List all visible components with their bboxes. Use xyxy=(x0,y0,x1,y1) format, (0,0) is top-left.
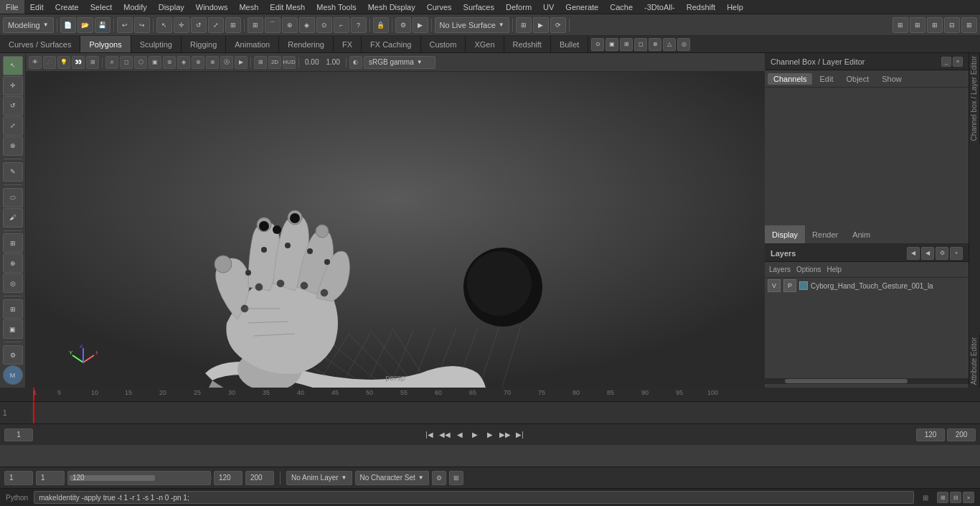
snap-edge-btn[interactable]: ⌐ xyxy=(334,17,349,33)
cb-close-btn[interactable]: × xyxy=(953,57,963,67)
menu-uv[interactable]: UV xyxy=(537,0,560,14)
vp-flat-btn[interactable]: ▣ xyxy=(149,56,161,69)
tab-bullet[interactable]: Bullet xyxy=(551,36,589,52)
vp-gate-btn[interactable]: ⊞ xyxy=(254,56,267,69)
universal-manip-btn[interactable]: ⊞ xyxy=(225,17,241,33)
menu-3dtall[interactable]: -3DtoAll- xyxy=(639,0,681,14)
win-btn-3[interactable]: × xyxy=(963,492,974,503)
poly-cyl-btn[interactable]: ⊞ xyxy=(620,38,633,51)
menu-mesh-tools[interactable]: Mesh Tools xyxy=(311,0,362,14)
menu-edit-mesh[interactable]: Edit Mesh xyxy=(264,0,311,14)
rotate-tool-btn[interactable]: ↺ xyxy=(191,17,207,33)
lock-btn[interactable]: 🔒 xyxy=(373,17,389,33)
vp-show-btn[interactable]: 👀 xyxy=(72,56,85,69)
track-playhead[interactable] xyxy=(33,402,34,423)
char-set-dropdown[interactable]: No Character Set ▼ xyxy=(355,471,429,485)
snap-curve-btn[interactable]: ⌒ xyxy=(265,17,281,33)
current-frame-input[interactable]: 1 xyxy=(4,428,33,441)
help-btn[interactable]: ? xyxy=(351,17,367,33)
pb-go-end[interactable]: ▶| xyxy=(514,428,527,441)
poly-sphere-btn[interactable]: ⊙ xyxy=(591,38,604,51)
render-ipr-btn[interactable]: ⟳ xyxy=(550,17,566,33)
tab-sculpting[interactable]: Sculpting xyxy=(131,36,182,52)
tab-channels[interactable]: Channels xyxy=(768,73,812,85)
workspace-dropdown[interactable]: Modeling ▼ xyxy=(3,17,54,33)
win-btn-1[interactable]: ⊞ xyxy=(937,492,948,503)
layers-opt-help[interactable]: Help xyxy=(826,266,842,273)
redo-btn[interactable]: ↪ xyxy=(134,17,150,33)
lt-maya[interactable]: M xyxy=(3,365,23,385)
render-settings-btn[interactable]: ⚙ xyxy=(395,17,411,33)
poly-plane-btn[interactable]: ◻ xyxy=(634,38,647,51)
vp-play-btn[interactable]: ▶ xyxy=(235,56,248,69)
select-tool-btn[interactable]: ↖ xyxy=(156,17,172,33)
layers-opt-options[interactable]: Options xyxy=(796,266,821,273)
lt-snap-all[interactable]: ▣ xyxy=(3,319,23,339)
vp-hud-btn[interactable]: HUD xyxy=(283,56,296,69)
frame-right-field[interactable]: 1 xyxy=(36,471,65,485)
save-btn[interactable]: 💾 xyxy=(95,17,110,33)
pb-next-frame[interactable]: ▶ xyxy=(484,428,496,441)
pb-prev-frame[interactable]: ◀ xyxy=(453,428,466,441)
pb-step-fwd[interactable]: ▶▶ xyxy=(499,428,512,441)
tab-show[interactable]: Show xyxy=(876,73,908,85)
snap-live-btn[interactable]: ⊙ xyxy=(316,17,332,33)
right-tb-1[interactable]: ⊞ xyxy=(892,17,908,33)
scale-tool-btn[interactable]: ⤢ xyxy=(208,17,224,33)
render-region-btn[interactable]: ⊞ xyxy=(516,17,532,33)
tab-fx-caching[interactable]: FX Caching xyxy=(362,36,420,52)
menu-surfaces[interactable]: Surfaces xyxy=(458,0,500,14)
menu-deform[interactable]: Deform xyxy=(500,0,537,14)
snap-point-btn[interactable]: ⊕ xyxy=(282,17,298,33)
layers-scroll[interactable]: V P Cyborg_Hand_Touch_Gesture_001_la xyxy=(765,278,969,378)
right-tb-2[interactable]: ⊞ xyxy=(910,17,925,33)
layers-prev-btn[interactable]: ◀ xyxy=(907,247,920,260)
cb-float-btn[interactable]: _ xyxy=(941,57,951,67)
track-bar[interactable] xyxy=(32,402,980,423)
end2-field[interactable]: 120 xyxy=(214,471,242,485)
tab-edit[interactable]: Edit xyxy=(814,73,839,85)
pb-step-back[interactable]: ◀◀ xyxy=(438,428,451,441)
menu-help[interactable]: Help xyxy=(721,0,749,14)
poly-cube-btn[interactable]: ▣ xyxy=(606,38,618,51)
layers-settings-btn[interactable]: ⚙ xyxy=(936,247,948,260)
layers-add-btn[interactable]: + xyxy=(950,247,963,260)
lt-lasso[interactable]: ⬭ xyxy=(3,188,23,207)
lt-multi[interactable]: ⊕ xyxy=(3,253,23,273)
tab-xgen[interactable]: XGen xyxy=(466,36,504,52)
vp-grid-btn[interactable]: # xyxy=(105,56,118,69)
layer-v-btn[interactable]: V xyxy=(768,279,781,292)
menu-mesh-display[interactable]: Mesh Display xyxy=(362,0,421,14)
snap-view-btn[interactable]: ◈ xyxy=(299,17,315,33)
menu-mesh[interactable]: Mesh xyxy=(233,0,264,14)
layers-h-scrollbar-thumb[interactable] xyxy=(785,379,907,383)
vp-aa-btn[interactable]: Ⓐ xyxy=(220,56,233,69)
vp-gamma-dropdown[interactable]: sRGB gamma ▼ xyxy=(364,56,435,69)
vp-tex-btn[interactable]: ⊕ xyxy=(192,56,204,69)
anim-settings-btn[interactable]: ⚙ xyxy=(432,471,446,485)
lt-symmetry[interactable]: ⊞ xyxy=(3,233,23,253)
vp-smooth-btn[interactable]: ⬡ xyxy=(134,56,147,69)
vp-camera-btn[interactable]: 👁 xyxy=(29,56,42,69)
max-field[interactable]: 200 xyxy=(245,471,274,485)
lt-paint-sel[interactable]: 🖌 xyxy=(3,208,23,228)
lt-rotate[interactable]: ↺ xyxy=(3,96,23,116)
poly-cone-btn[interactable]: △ xyxy=(663,38,676,51)
layer-row-1[interactable]: V P Cyborg_Hand_Touch_Gesture_001_la xyxy=(765,278,969,294)
tab-rendering[interactable]: Rendering xyxy=(279,36,334,52)
lt-pivot[interactable]: ◎ xyxy=(3,273,23,293)
render-all-btn[interactable]: ▶ xyxy=(533,17,549,33)
right-tb-5[interactable]: ⊞ xyxy=(961,17,977,33)
menu-file[interactable]: File xyxy=(0,0,24,14)
undo-btn[interactable]: ↩ xyxy=(117,17,133,33)
layers-opt-layers[interactable]: Layers xyxy=(769,266,791,273)
tab-anim[interactable]: Anim xyxy=(845,225,877,243)
poly-torus-btn[interactable]: ⊗ xyxy=(649,38,661,51)
tab-polygons[interactable]: Polygons xyxy=(80,36,131,52)
vp-x-ray-btn[interactable]: ⊛ xyxy=(163,56,176,69)
right-tb-4[interactable]: ⊟ xyxy=(944,17,960,33)
menu-cache[interactable]: Cache xyxy=(604,0,639,14)
tab-redshift[interactable]: Redshift xyxy=(504,36,551,52)
range-end-input[interactable]: 120 xyxy=(916,428,945,441)
layer-p-btn[interactable]: P xyxy=(783,279,796,292)
